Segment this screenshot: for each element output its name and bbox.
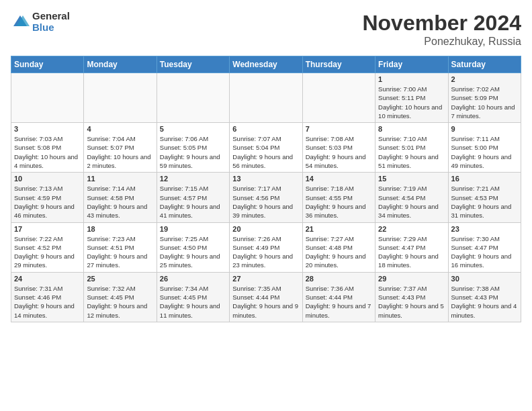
day-info: Sunrise: 7:17 AM Sunset: 4:56 PM Dayligh…: [232, 184, 299, 220]
calendar-cell: [84, 73, 157, 123]
day-number: 24: [14, 275, 81, 283]
day-info: Sunrise: 7:30 AM Sunset: 4:47 PM Dayligh…: [451, 234, 518, 270]
calendar-cell: 13Sunrise: 7:17 AM Sunset: 4:56 PM Dayli…: [230, 173, 302, 222]
day-number: 27: [232, 275, 299, 283]
logo-blue-text: Blue: [32, 22, 70, 34]
day-number: 19: [160, 225, 226, 233]
day-info: Sunrise: 7:36 AM Sunset: 4:44 PM Dayligh…: [306, 284, 372, 320]
day-number: 12: [160, 175, 226, 183]
calendar-header-row: Sunday Monday Tuesday Wednesday Thursday…: [11, 56, 521, 73]
day-number: 5: [160, 125, 226, 133]
calendar-cell: 12Sunrise: 7:15 AM Sunset: 4:57 PM Dayli…: [157, 173, 229, 222]
calendar-cell: 14Sunrise: 7:18 AM Sunset: 4:55 PM Dayli…: [302, 173, 375, 222]
calendar-cell: 6Sunrise: 7:07 AM Sunset: 5:04 PM Daylig…: [230, 123, 302, 173]
day-number: 9: [451, 125, 518, 133]
day-info: Sunrise: 7:34 AM Sunset: 4:45 PM Dayligh…: [160, 284, 226, 320]
title-block: November 2024 Ponezhukay, Russia: [362, 11, 521, 48]
day-info: Sunrise: 7:27 AM Sunset: 4:48 PM Dayligh…: [306, 234, 372, 270]
day-info: Sunrise: 7:03 AM Sunset: 5:08 PM Dayligh…: [14, 134, 81, 170]
calendar-cell: 3Sunrise: 7:03 AM Sunset: 5:08 PM Daylig…: [11, 123, 84, 173]
day-number: 2: [451, 75, 518, 83]
day-info: Sunrise: 7:26 AM Sunset: 4:49 PM Dayligh…: [232, 234, 299, 270]
day-info: Sunrise: 7:13 AM Sunset: 4:59 PM Dayligh…: [14, 184, 81, 220]
day-info: Sunrise: 7:02 AM Sunset: 5:09 PM Dayligh…: [451, 85, 518, 120]
calendar-cell: 15Sunrise: 7:19 AM Sunset: 4:54 PM Dayli…: [375, 173, 448, 222]
day-info: Sunrise: 7:18 AM Sunset: 4:55 PM Dayligh…: [306, 184, 372, 220]
calendar-week-4: 17Sunrise: 7:22 AM Sunset: 4:52 PM Dayli…: [11, 222, 521, 272]
calendar-cell: 21Sunrise: 7:27 AM Sunset: 4:48 PM Dayli…: [302, 222, 375, 272]
calendar-cell: 9Sunrise: 7:11 AM Sunset: 5:00 PM Daylig…: [448, 123, 521, 173]
day-number: 20: [232, 225, 299, 233]
day-number: 4: [87, 125, 153, 133]
calendar-cell: 20Sunrise: 7:26 AM Sunset: 4:49 PM Dayli…: [230, 222, 302, 272]
day-info: Sunrise: 7:38 AM Sunset: 4:43 PM Dayligh…: [451, 284, 518, 320]
calendar-cell: 26Sunrise: 7:34 AM Sunset: 4:45 PM Dayli…: [157, 272, 229, 322]
calendar-cell: 22Sunrise: 7:29 AM Sunset: 4:47 PM Dayli…: [375, 222, 448, 272]
day-info: Sunrise: 7:11 AM Sunset: 5:00 PM Dayligh…: [451, 134, 518, 170]
day-number: 13: [232, 175, 299, 183]
col-wednesday: Wednesday: [230, 56, 302, 73]
day-info: Sunrise: 7:14 AM Sunset: 4:58 PM Dayligh…: [87, 184, 153, 220]
calendar-cell: 17Sunrise: 7:22 AM Sunset: 4:52 PM Dayli…: [11, 222, 84, 272]
day-number: 18: [87, 225, 153, 233]
calendar-cell: 10Sunrise: 7:13 AM Sunset: 4:59 PM Dayli…: [11, 173, 84, 222]
day-info: Sunrise: 7:21 AM Sunset: 4:53 PM Dayligh…: [451, 184, 518, 220]
day-info: Sunrise: 7:37 AM Sunset: 4:43 PM Dayligh…: [378, 284, 445, 320]
calendar-cell: 24Sunrise: 7:31 AM Sunset: 4:46 PM Dayli…: [11, 272, 84, 322]
day-number: 11: [87, 175, 153, 183]
day-number: 15: [378, 175, 445, 183]
calendar-cell: 16Sunrise: 7:21 AM Sunset: 4:53 PM Dayli…: [448, 173, 521, 222]
day-number: 30: [451, 275, 518, 283]
col-friday: Friday: [375, 56, 448, 73]
day-number: 17: [14, 225, 81, 233]
logo: General Blue: [11, 11, 70, 33]
calendar-week-3: 10Sunrise: 7:13 AM Sunset: 4:59 PM Dayli…: [11, 173, 521, 222]
header: General Blue November 2024 Ponezhukay, R…: [11, 11, 521, 48]
day-number: 28: [306, 275, 372, 283]
day-number: 21: [306, 225, 372, 233]
calendar-cell: 23Sunrise: 7:30 AM Sunset: 4:47 PM Dayli…: [448, 222, 521, 272]
calendar-cell: 25Sunrise: 7:32 AM Sunset: 4:45 PM Dayli…: [84, 272, 157, 322]
calendar-cell: [11, 73, 84, 123]
day-info: Sunrise: 7:29 AM Sunset: 4:47 PM Dayligh…: [378, 234, 445, 270]
col-monday: Monday: [84, 56, 157, 73]
calendar-cell: 11Sunrise: 7:14 AM Sunset: 4:58 PM Dayli…: [84, 173, 157, 222]
col-thursday: Thursday: [302, 56, 375, 73]
day-number: 1: [378, 75, 445, 83]
calendar-week-1: 1Sunrise: 7:00 AM Sunset: 5:11 PM Daylig…: [11, 73, 521, 123]
day-info: Sunrise: 7:35 AM Sunset: 4:44 PM Dayligh…: [232, 284, 299, 320]
day-number: 23: [451, 225, 518, 233]
calendar-cell: 4Sunrise: 7:04 AM Sunset: 5:07 PM Daylig…: [84, 123, 157, 173]
day-info: Sunrise: 7:31 AM Sunset: 4:46 PM Dayligh…: [14, 284, 81, 320]
col-sunday: Sunday: [11, 56, 84, 73]
page: General Blue November 2024 Ponezhukay, R…: [0, 0, 532, 333]
calendar-cell: 30Sunrise: 7:38 AM Sunset: 4:43 PM Dayli…: [448, 272, 521, 322]
day-number: 3: [14, 125, 81, 133]
day-info: Sunrise: 7:22 AM Sunset: 4:52 PM Dayligh…: [14, 234, 81, 270]
day-number: 29: [378, 275, 445, 283]
day-info: Sunrise: 7:19 AM Sunset: 4:54 PM Dayligh…: [378, 184, 445, 220]
day-number: 16: [451, 175, 518, 183]
calendar-cell: 18Sunrise: 7:23 AM Sunset: 4:51 PM Dayli…: [84, 222, 157, 272]
calendar-cell: 2Sunrise: 7:02 AM Sunset: 5:09 PM Daylig…: [448, 73, 521, 123]
day-info: Sunrise: 7:15 AM Sunset: 4:57 PM Dayligh…: [160, 184, 226, 220]
day-number: 22: [378, 225, 445, 233]
calendar-cell: [157, 73, 229, 123]
logo-text: General Blue: [32, 11, 70, 33]
calendar-cell: 8Sunrise: 7:10 AM Sunset: 5:01 PM Daylig…: [375, 123, 448, 173]
calendar-week-5: 24Sunrise: 7:31 AM Sunset: 4:46 PM Dayli…: [11, 272, 521, 322]
calendar-cell: 5Sunrise: 7:06 AM Sunset: 5:05 PM Daylig…: [157, 123, 229, 173]
day-number: 8: [378, 125, 445, 133]
calendar-table: Sunday Monday Tuesday Wednesday Thursday…: [11, 56, 521, 322]
calendar-cell: 1Sunrise: 7:00 AM Sunset: 5:11 PM Daylig…: [375, 73, 448, 123]
calendar-cell: 7Sunrise: 7:08 AM Sunset: 5:03 PM Daylig…: [302, 123, 375, 173]
day-number: 14: [306, 175, 372, 183]
day-info: Sunrise: 7:25 AM Sunset: 4:50 PM Dayligh…: [160, 234, 226, 270]
day-info: Sunrise: 7:00 AM Sunset: 5:11 PM Dayligh…: [378, 85, 445, 120]
logo-general-text: General: [32, 11, 70, 22]
day-number: 6: [232, 125, 299, 133]
calendar-cell: 27Sunrise: 7:35 AM Sunset: 4:44 PM Dayli…: [230, 272, 302, 322]
day-info: Sunrise: 7:32 AM Sunset: 4:45 PM Dayligh…: [87, 284, 153, 320]
location: Ponezhukay, Russia: [362, 36, 521, 48]
calendar-week-2: 3Sunrise: 7:03 AM Sunset: 5:08 PM Daylig…: [11, 123, 521, 173]
